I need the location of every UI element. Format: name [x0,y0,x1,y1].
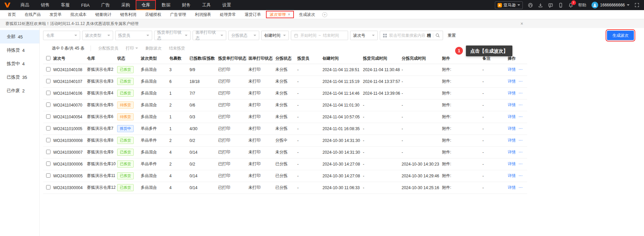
wave-no-select[interactable]: 波次号 [350,31,378,40]
row-checkbox[interactable] [46,126,50,130]
sort-status-select[interactable]: 分拣状态 [228,31,259,40]
tab[interactable]: 首页 [3,10,20,19]
row-checkbox[interactable] [46,79,50,83]
detail-link[interactable]: 详情 [508,126,516,131]
notifications-button[interactable]: 7 [568,3,573,8]
nav-item[interactable]: 工具 [196,0,216,10]
more-actions-icon[interactable]: ⋯ [518,67,523,72]
sidebar-item[interactable]: 全部45 [0,30,39,43]
tab[interactable]: 店铺授权 [141,10,166,19]
tab[interactable]: 销售利润 [116,10,141,19]
nav-item[interactable]: 采购 [115,0,136,10]
help-link[interactable]: 帮助 [578,2,586,8]
more-actions-icon[interactable]: ⋯ [518,161,523,166]
tab-close-icon[interactable]: × [288,12,290,17]
tab[interactable]: 处理异常 [215,10,240,19]
warehouse-select[interactable]: 仓库 [43,31,80,40]
user-menu[interactable]: 16666666666 [591,2,630,8]
label-print-status-select[interactable]: 面单打印状态 [193,31,226,40]
tab[interactable]: 波次管理× [265,10,295,19]
search-input[interactable] [389,33,425,38]
messages-button[interactable] [548,3,553,8]
reset-button[interactable]: 重置 [448,33,456,38]
sidebar-item[interactable]: 已拣货35 [0,70,39,84]
tab[interactable]: 生成波次 [295,10,319,19]
delete-wave-button[interactable]: 删除波次 [145,46,162,51]
nav-item[interactable]: 销售 [35,0,55,10]
row-checkbox[interactable] [46,67,50,71]
row-checkbox[interactable] [46,161,50,166]
nav-item[interactable]: 商品 [15,0,35,10]
tab[interactable]: 发货单 [45,10,66,19]
row-checkbox[interactable] [46,185,50,189]
add-tab-icon[interactable]: + [322,12,327,17]
detail-link[interactable]: 详情 [508,185,516,190]
mobile-app-button[interactable] [558,3,563,8]
store-selector[interactable]: a 亚马逊 [495,1,523,9]
row-checkbox[interactable] [46,102,50,107]
detail-link[interactable]: 详情 [508,138,516,143]
more-actions-icon[interactable]: ⋯ [518,185,523,190]
tab[interactable]: 广告管理 [166,10,191,19]
picker-select[interactable]: 拣货员 [115,31,152,40]
row-checkbox[interactable] [46,138,50,142]
more-actions-icon[interactable]: ⋯ [518,150,523,154]
detail-link[interactable]: 详情 [508,173,516,178]
more-actions-icon[interactable]: ⋯ [518,79,523,84]
more-actions-icon[interactable]: ⋯ [518,138,523,143]
nav-item[interactable]: 财务 [176,0,196,10]
sidebar-item[interactable]: 待拣货4 [0,43,39,57]
cell-pick-print: 已打印 [218,76,248,87]
pick-print-status-select[interactable]: 拣货单打印状态 [154,31,191,40]
wave-type-select[interactable]: 波次类型 [82,31,113,40]
print-button[interactable]: 打印 [126,46,138,51]
detail-link[interactable]: 详情 [508,150,516,154]
more-actions-icon[interactable]: ⋯ [518,102,523,107]
nav-item[interactable]: 数据 [156,0,176,10]
generate-wave-button[interactable]: 生成波次 [607,31,634,40]
more-actions-icon[interactable]: ⋯ [518,114,523,119]
detail-link[interactable]: 详情 [508,161,516,166]
row-checkbox[interactable] [46,91,50,95]
download-button[interactable] [538,3,543,8]
date-range-picker[interactable]: 开始时间 ~ 结束时间 [291,31,348,40]
detail-link[interactable]: 详情 [508,114,516,119]
batch-grid-icon[interactable] [383,33,387,38]
select-all-checkbox[interactable] [46,56,50,60]
row-checkbox[interactable] [46,114,50,119]
customer-service-button[interactable] [528,3,533,8]
precise-match-toggle[interactable]: 精 [427,33,431,38]
sidebar-item[interactable]: 已作废2 [0,84,39,97]
more-actions-icon[interactable]: ⋯ [518,126,523,131]
detail-link[interactable]: 详情 [508,67,516,72]
detail-link[interactable]: 详情 [508,102,516,107]
tab[interactable]: 销量统计 [91,10,116,19]
tab[interactable]: 批次成本 [66,10,91,19]
more-actions-icon[interactable]: ⋯ [518,91,523,95]
cell-packages: 4 [169,146,190,158]
row-checkbox[interactable] [46,150,50,154]
cell-picker: - [297,76,323,87]
app-logo[interactable] [0,0,15,10]
sidebar-item[interactable]: 拣货中4 [0,57,39,70]
cell-label-print: 未打印 [248,111,275,123]
tab[interactable]: 利润报表 [191,10,215,19]
time-field-select[interactable]: 创建时间 [261,31,289,40]
assign-picker-button[interactable]: 分配拣货员 [98,46,118,51]
nav-item[interactable]: 仓库 [136,0,156,10]
detail-link[interactable]: 详情 [508,91,516,95]
row-checkbox[interactable] [46,173,50,178]
nav-item[interactable]: 设置 [216,0,237,10]
detail-link[interactable]: 详情 [508,79,516,84]
nav-item[interactable]: FBA [75,0,95,10]
nav-item[interactable]: 广告 [95,0,115,10]
fullscreen-button[interactable] [635,3,639,7]
tab[interactable]: 在线产品 [20,10,45,19]
tab[interactable]: 退货订单 [240,10,265,19]
nav-item[interactable]: 客服 [55,0,75,10]
banner-close-icon[interactable]: × [520,19,523,28]
more-actions-icon[interactable]: ⋯ [518,173,523,178]
search-icon[interactable] [435,33,440,38]
finish-picking-button[interactable]: 结束拣货 [169,46,185,51]
sidebar-item-count: 2 [22,88,25,93]
